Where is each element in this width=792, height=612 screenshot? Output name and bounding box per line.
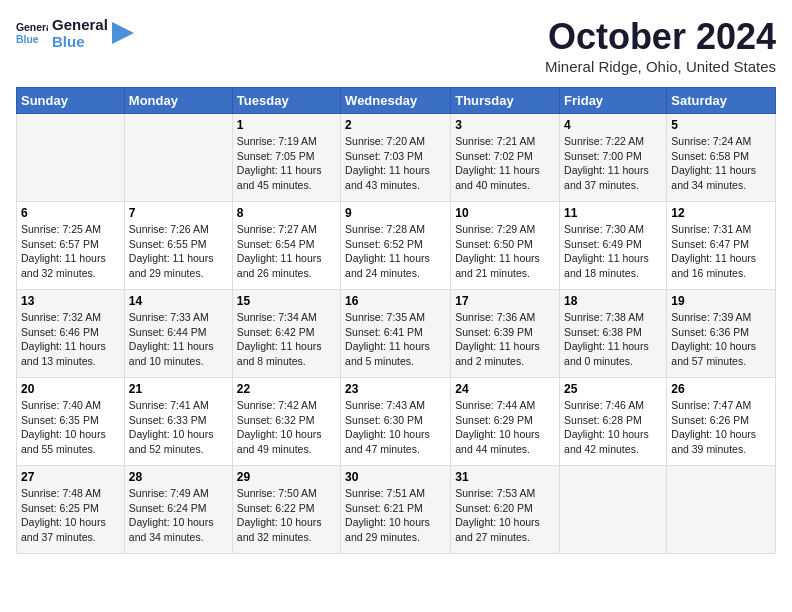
day-number: 26 <box>671 382 771 396</box>
day-info: Sunrise: 7:28 AMSunset: 6:52 PMDaylight:… <box>345 222 446 281</box>
day-info: Sunrise: 7:41 AMSunset: 6:33 PMDaylight:… <box>129 398 228 457</box>
day-number: 31 <box>455 470 555 484</box>
calendar-cell: 26Sunrise: 7:47 AMSunset: 6:26 PMDayligh… <box>667 378 776 466</box>
day-info: Sunrise: 7:31 AMSunset: 6:47 PMDaylight:… <box>671 222 771 281</box>
day-number: 23 <box>345 382 446 396</box>
calendar-table: SundayMondayTuesdayWednesdayThursdayFrid… <box>16 87 776 554</box>
day-number: 3 <box>455 118 555 132</box>
day-number: 5 <box>671 118 771 132</box>
calendar-cell: 28Sunrise: 7:49 AMSunset: 6:24 PMDayligh… <box>124 466 232 554</box>
day-number: 18 <box>564 294 662 308</box>
weekday-header-wednesday: Wednesday <box>341 88 451 114</box>
calendar-cell: 19Sunrise: 7:39 AMSunset: 6:36 PMDayligh… <box>667 290 776 378</box>
weekday-header-monday: Monday <box>124 88 232 114</box>
calendar-cell: 8Sunrise: 7:27 AMSunset: 6:54 PMDaylight… <box>232 202 340 290</box>
weekday-header-friday: Friday <box>560 88 667 114</box>
day-number: 11 <box>564 206 662 220</box>
day-info: Sunrise: 7:29 AMSunset: 6:50 PMDaylight:… <box>455 222 555 281</box>
day-info: Sunrise: 7:39 AMSunset: 6:36 PMDaylight:… <box>671 310 771 369</box>
day-info: Sunrise: 7:26 AMSunset: 6:55 PMDaylight:… <box>129 222 228 281</box>
day-info: Sunrise: 7:49 AMSunset: 6:24 PMDaylight:… <box>129 486 228 545</box>
day-info: Sunrise: 7:47 AMSunset: 6:26 PMDaylight:… <box>671 398 771 457</box>
day-number: 24 <box>455 382 555 396</box>
day-number: 15 <box>237 294 336 308</box>
calendar-cell: 11Sunrise: 7:30 AMSunset: 6:49 PMDayligh… <box>560 202 667 290</box>
day-info: Sunrise: 7:43 AMSunset: 6:30 PMDaylight:… <box>345 398 446 457</box>
calendar-cell: 2Sunrise: 7:20 AMSunset: 7:03 PMDaylight… <box>341 114 451 202</box>
day-number: 13 <box>21 294 120 308</box>
day-number: 14 <box>129 294 228 308</box>
day-number: 7 <box>129 206 228 220</box>
day-info: Sunrise: 7:27 AMSunset: 6:54 PMDaylight:… <box>237 222 336 281</box>
calendar-week-row: 27Sunrise: 7:48 AMSunset: 6:25 PMDayligh… <box>17 466 776 554</box>
day-info: Sunrise: 7:46 AMSunset: 6:28 PMDaylight:… <box>564 398 662 457</box>
day-number: 30 <box>345 470 446 484</box>
day-number: 29 <box>237 470 336 484</box>
calendar-cell: 20Sunrise: 7:40 AMSunset: 6:35 PMDayligh… <box>17 378 125 466</box>
day-number: 16 <box>345 294 446 308</box>
calendar-cell: 23Sunrise: 7:43 AMSunset: 6:30 PMDayligh… <box>341 378 451 466</box>
day-info: Sunrise: 7:40 AMSunset: 6:35 PMDaylight:… <box>21 398 120 457</box>
calendar-cell: 5Sunrise: 7:24 AMSunset: 6:58 PMDaylight… <box>667 114 776 202</box>
calendar-cell: 7Sunrise: 7:26 AMSunset: 6:55 PMDaylight… <box>124 202 232 290</box>
weekday-header-saturday: Saturday <box>667 88 776 114</box>
day-info: Sunrise: 7:48 AMSunset: 6:25 PMDaylight:… <box>21 486 120 545</box>
day-info: Sunrise: 7:34 AMSunset: 6:42 PMDaylight:… <box>237 310 336 369</box>
day-number: 21 <box>129 382 228 396</box>
logo-text-blue: Blue <box>52 33 108 50</box>
day-info: Sunrise: 7:33 AMSunset: 6:44 PMDaylight:… <box>129 310 228 369</box>
weekday-header-tuesday: Tuesday <box>232 88 340 114</box>
calendar-cell: 14Sunrise: 7:33 AMSunset: 6:44 PMDayligh… <box>124 290 232 378</box>
day-info: Sunrise: 7:38 AMSunset: 6:38 PMDaylight:… <box>564 310 662 369</box>
day-number: 2 <box>345 118 446 132</box>
day-info: Sunrise: 7:20 AMSunset: 7:03 PMDaylight:… <box>345 134 446 193</box>
day-info: Sunrise: 7:30 AMSunset: 6:49 PMDaylight:… <box>564 222 662 281</box>
day-info: Sunrise: 7:35 AMSunset: 6:41 PMDaylight:… <box>345 310 446 369</box>
day-info: Sunrise: 7:32 AMSunset: 6:46 PMDaylight:… <box>21 310 120 369</box>
page-header: General Blue General Blue October 2024 M… <box>16 16 776 75</box>
day-info: Sunrise: 7:42 AMSunset: 6:32 PMDaylight:… <box>237 398 336 457</box>
calendar-week-row: 20Sunrise: 7:40 AMSunset: 6:35 PMDayligh… <box>17 378 776 466</box>
calendar-cell <box>560 466 667 554</box>
day-number: 25 <box>564 382 662 396</box>
day-info: Sunrise: 7:44 AMSunset: 6:29 PMDaylight:… <box>455 398 555 457</box>
day-info: Sunrise: 7:19 AMSunset: 7:05 PMDaylight:… <box>237 134 336 193</box>
weekday-header-row: SundayMondayTuesdayWednesdayThursdayFrid… <box>17 88 776 114</box>
title-block: October 2024 Mineral Ridge, Ohio, United… <box>545 16 776 75</box>
calendar-cell <box>667 466 776 554</box>
weekday-header-thursday: Thursday <box>451 88 560 114</box>
day-info: Sunrise: 7:24 AMSunset: 6:58 PMDaylight:… <box>671 134 771 193</box>
logo-triangle-icon <box>112 22 134 44</box>
location: Mineral Ridge, Ohio, United States <box>545 58 776 75</box>
logo: General Blue General Blue <box>16 16 134 51</box>
day-info: Sunrise: 7:22 AMSunset: 7:00 PMDaylight:… <box>564 134 662 193</box>
calendar-cell: 30Sunrise: 7:51 AMSunset: 6:21 PMDayligh… <box>341 466 451 554</box>
calendar-cell: 29Sunrise: 7:50 AMSunset: 6:22 PMDayligh… <box>232 466 340 554</box>
calendar-cell: 6Sunrise: 7:25 AMSunset: 6:57 PMDaylight… <box>17 202 125 290</box>
day-number: 10 <box>455 206 555 220</box>
calendar-cell: 12Sunrise: 7:31 AMSunset: 6:47 PMDayligh… <box>667 202 776 290</box>
svg-marker-3 <box>112 22 134 44</box>
calendar-cell: 1Sunrise: 7:19 AMSunset: 7:05 PMDaylight… <box>232 114 340 202</box>
calendar-cell: 3Sunrise: 7:21 AMSunset: 7:02 PMDaylight… <box>451 114 560 202</box>
day-number: 4 <box>564 118 662 132</box>
svg-text:General: General <box>16 23 48 34</box>
calendar-cell: 4Sunrise: 7:22 AMSunset: 7:00 PMDaylight… <box>560 114 667 202</box>
calendar-cell: 22Sunrise: 7:42 AMSunset: 6:32 PMDayligh… <box>232 378 340 466</box>
svg-text:Blue: Blue <box>16 34 39 45</box>
day-number: 28 <box>129 470 228 484</box>
month-title: October 2024 <box>545 16 776 58</box>
calendar-cell: 17Sunrise: 7:36 AMSunset: 6:39 PMDayligh… <box>451 290 560 378</box>
calendar-cell <box>124 114 232 202</box>
calendar-cell: 15Sunrise: 7:34 AMSunset: 6:42 PMDayligh… <box>232 290 340 378</box>
calendar-cell: 31Sunrise: 7:53 AMSunset: 6:20 PMDayligh… <box>451 466 560 554</box>
calendar-cell: 16Sunrise: 7:35 AMSunset: 6:41 PMDayligh… <box>341 290 451 378</box>
logo-icon: General Blue <box>16 17 48 49</box>
day-number: 27 <box>21 470 120 484</box>
day-info: Sunrise: 7:50 AMSunset: 6:22 PMDaylight:… <box>237 486 336 545</box>
day-number: 19 <box>671 294 771 308</box>
day-info: Sunrise: 7:53 AMSunset: 6:20 PMDaylight:… <box>455 486 555 545</box>
day-number: 20 <box>21 382 120 396</box>
logo-text-general: General <box>52 16 108 33</box>
calendar-cell: 24Sunrise: 7:44 AMSunset: 6:29 PMDayligh… <box>451 378 560 466</box>
